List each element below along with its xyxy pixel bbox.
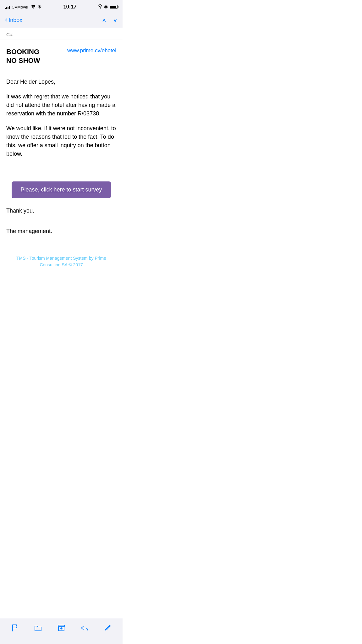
footer-divider xyxy=(6,250,116,250)
status-left: CVMovel ✳ xyxy=(5,4,41,9)
status-time: 10:17 xyxy=(63,4,76,10)
cc-label: Cc: xyxy=(6,32,14,37)
status-right: ✱ xyxy=(98,4,118,10)
signal-bar-2 xyxy=(6,7,7,9)
back-button[interactable]: ‹ Inbox xyxy=(5,17,22,24)
wifi-icon xyxy=(31,5,36,9)
survey-button-container: Please, click here to start survey xyxy=(0,181,123,198)
back-label: Inbox xyxy=(8,17,22,24)
email-header: BOOKING NO SHOW www.prime.cv/ehotel xyxy=(0,40,123,70)
paragraph-2: We would like, if it were not inconvenie… xyxy=(6,124,116,158)
status-bar: CVMovel ✳ 10:17 ✱ xyxy=(0,0,123,14)
next-message-button[interactable]: ∨ xyxy=(113,18,118,23)
email-content: Cc: BOOKING NO SHOW www.prime.cv/ehotel … xyxy=(0,28,123,307)
greeting: Dear Helder Lopes, xyxy=(6,78,116,86)
survey-button[interactable]: Please, click here to start survey xyxy=(12,181,111,198)
cc-line: Cc: xyxy=(0,28,123,40)
carrier-name: CVMovel xyxy=(12,5,28,9)
prev-message-button[interactable]: ∧ xyxy=(102,18,107,23)
thank-you-text: Thank you. xyxy=(6,208,116,214)
svg-point-0 xyxy=(33,8,34,8)
signal-bar-1 xyxy=(5,8,6,9)
nav-bar: ‹ Inbox ∧ ∨ xyxy=(0,14,123,28)
management-section: The management. xyxy=(0,228,123,250)
paragraph-1: It was with regret that we noticed that … xyxy=(6,92,116,118)
subject-line-2: NO SHOW xyxy=(6,56,62,65)
signal-bar-4 xyxy=(9,6,10,9)
loading-icon: ✳ xyxy=(38,4,41,9)
footer-credit: TMS - Tourism Management System by Prime… xyxy=(0,255,123,276)
bluetooth-icon: ✱ xyxy=(104,4,108,9)
website-link[interactable]: www.prime.cv/ehotel xyxy=(67,47,116,54)
signal-bars xyxy=(5,5,10,9)
management-text: The management. xyxy=(6,228,116,235)
battery-icon xyxy=(110,5,118,9)
back-chevron-icon: ‹ xyxy=(5,16,7,23)
subject-line-1: BOOKING xyxy=(6,47,62,56)
signal-bar-3 xyxy=(8,7,8,9)
location-icon xyxy=(98,4,102,10)
nav-arrows: ∧ ∨ xyxy=(102,16,118,24)
email-subject: BOOKING NO SHOW xyxy=(6,47,62,65)
email-footer: Thank you. xyxy=(0,208,123,228)
email-body: Dear Helder Lopes, It was with regret th… xyxy=(0,70,123,172)
